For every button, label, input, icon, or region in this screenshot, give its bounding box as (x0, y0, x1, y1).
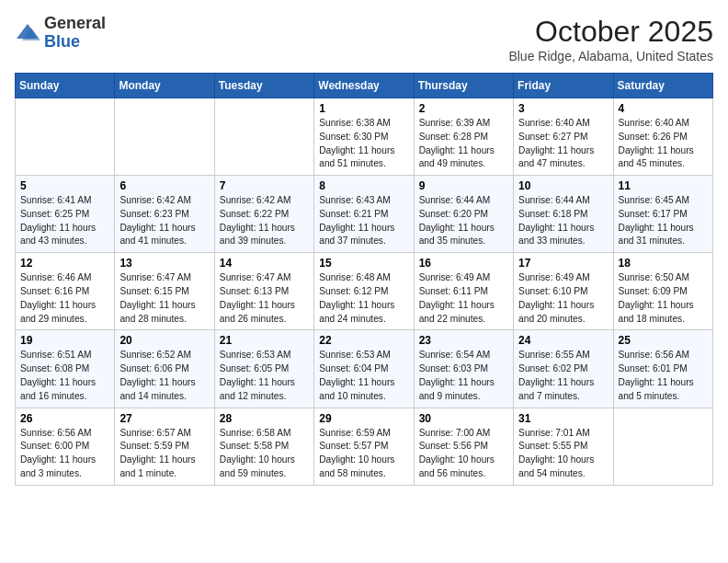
day-info: Sunrise: 7:00 AM Sunset: 5:56 PM Dayligh… (419, 427, 508, 481)
day-number: 11 (619, 179, 708, 192)
day-info: Sunrise: 6:40 AM Sunset: 6:26 PM Dayligh… (619, 117, 708, 171)
calendar-week-1: 1Sunrise: 6:38 AM Sunset: 6:30 PM Daylig… (16, 98, 713, 176)
calendar-cell: 4Sunrise: 6:40 AM Sunset: 6:26 PM Daylig… (613, 98, 712, 176)
calendar-cell: 16Sunrise: 6:49 AM Sunset: 6:11 PM Dayli… (414, 253, 513, 330)
calendar-cell: 18Sunrise: 6:50 AM Sunset: 6:09 PM Dayli… (613, 253, 712, 330)
col-header-friday: Friday (514, 74, 613, 98)
day-number: 23 (419, 334, 508, 347)
day-info: Sunrise: 6:42 AM Sunset: 6:23 PM Dayligh… (119, 194, 209, 248)
day-info: Sunrise: 6:52 AM Sunset: 6:06 PM Dayligh… (119, 349, 209, 403)
day-number: 7 (220, 179, 309, 192)
title-block: October 2025 Blue Ridge, Alabama, United… (508, 15, 713, 63)
day-number: 28 (220, 412, 309, 425)
calendar-cell: 9Sunrise: 6:44 AM Sunset: 6:20 PM Daylig… (414, 176, 513, 253)
day-info: Sunrise: 6:38 AM Sunset: 6:30 PM Dayligh… (319, 117, 408, 171)
day-number: 31 (518, 412, 608, 425)
day-info: Sunrise: 6:49 AM Sunset: 6:11 PM Dayligh… (419, 271, 508, 326)
calendar-cell (16, 98, 115, 176)
calendar-header-row: SundayMondayTuesdayWednesdayThursdayFrid… (16, 74, 713, 98)
calendar-cell: 15Sunrise: 6:48 AM Sunset: 6:12 PM Dayli… (314, 253, 414, 330)
calendar-cell (214, 98, 313, 176)
calendar-cell: 11Sunrise: 6:45 AM Sunset: 6:17 PM Dayli… (613, 176, 712, 253)
day-info: Sunrise: 6:50 AM Sunset: 6:09 PM Dayligh… (619, 271, 708, 326)
day-number: 5 (20, 179, 109, 192)
day-number: 8 (319, 179, 408, 192)
col-header-sunday: Sunday (16, 74, 115, 98)
day-number: 2 (419, 102, 508, 115)
calendar-cell: 14Sunrise: 6:47 AM Sunset: 6:13 PM Dayli… (214, 253, 313, 330)
day-info: Sunrise: 7:01 AM Sunset: 5:55 PM Dayligh… (518, 427, 608, 481)
calendar-cell (613, 408, 712, 485)
calendar-cell: 2Sunrise: 6:39 AM Sunset: 6:28 PM Daylig… (414, 98, 513, 176)
col-header-tuesday: Tuesday (214, 74, 313, 98)
col-header-monday: Monday (115, 74, 214, 98)
calendar-cell: 17Sunrise: 6:49 AM Sunset: 6:10 PM Dayli… (514, 253, 613, 330)
calendar-cell: 22Sunrise: 6:53 AM Sunset: 6:04 PM Dayli… (314, 330, 414, 408)
calendar-table: SundayMondayTuesdayWednesdayThursdayFrid… (15, 73, 713, 486)
day-info: Sunrise: 6:56 AM Sunset: 6:01 PM Dayligh… (619, 349, 708, 403)
day-info: Sunrise: 6:41 AM Sunset: 6:25 PM Dayligh… (20, 194, 109, 248)
day-number: 3 (518, 102, 608, 115)
day-info: Sunrise: 6:51 AM Sunset: 6:08 PM Dayligh… (20, 349, 109, 403)
logo-blue-text: Blue (44, 33, 106, 52)
day-info: Sunrise: 6:40 AM Sunset: 6:27 PM Dayligh… (518, 117, 608, 171)
calendar-cell: 26Sunrise: 6:56 AM Sunset: 6:00 PM Dayli… (16, 408, 115, 485)
calendar-week-3: 12Sunrise: 6:46 AM Sunset: 6:16 PM Dayli… (16, 253, 713, 330)
day-info: Sunrise: 6:48 AM Sunset: 6:12 PM Dayligh… (319, 271, 408, 326)
day-info: Sunrise: 6:43 AM Sunset: 6:21 PM Dayligh… (319, 194, 408, 248)
day-info: Sunrise: 6:39 AM Sunset: 6:28 PM Dayligh… (419, 117, 508, 171)
calendar-cell: 1Sunrise: 6:38 AM Sunset: 6:30 PM Daylig… (314, 98, 414, 176)
calendar-cell: 3Sunrise: 6:40 AM Sunset: 6:27 PM Daylig… (514, 98, 613, 176)
calendar-cell: 27Sunrise: 6:57 AM Sunset: 5:59 PM Dayli… (115, 408, 214, 485)
day-info: Sunrise: 6:46 AM Sunset: 6:16 PM Dayligh… (20, 271, 109, 326)
day-number: 1 (319, 102, 408, 115)
day-number: 29 (319, 412, 408, 425)
calendar-cell: 6Sunrise: 6:42 AM Sunset: 6:23 PM Daylig… (115, 176, 214, 253)
calendar-cell: 24Sunrise: 6:55 AM Sunset: 6:02 PM Dayli… (514, 330, 613, 408)
calendar-cell (115, 98, 214, 176)
day-number: 6 (119, 179, 209, 192)
calendar-week-4: 19Sunrise: 6:51 AM Sunset: 6:08 PM Dayli… (16, 330, 713, 408)
calendar-cell: 25Sunrise: 6:56 AM Sunset: 6:01 PM Dayli… (613, 330, 712, 408)
day-number: 10 (518, 179, 608, 192)
day-info: Sunrise: 6:45 AM Sunset: 6:17 PM Dayligh… (619, 194, 708, 248)
col-header-wednesday: Wednesday (314, 74, 414, 98)
col-header-saturday: Saturday (613, 74, 712, 98)
day-number: 12 (20, 257, 109, 270)
logo: General Blue (15, 15, 106, 52)
calendar-cell: 13Sunrise: 6:47 AM Sunset: 6:15 PM Dayli… (115, 253, 214, 330)
day-number: 9 (419, 179, 508, 192)
day-info: Sunrise: 6:59 AM Sunset: 5:57 PM Dayligh… (319, 427, 408, 481)
day-info: Sunrise: 6:42 AM Sunset: 6:22 PM Dayligh… (220, 194, 309, 248)
day-number: 16 (419, 257, 508, 270)
calendar-cell: 30Sunrise: 7:00 AM Sunset: 5:56 PM Dayli… (414, 408, 513, 485)
day-number: 17 (518, 257, 608, 270)
calendar-cell: 31Sunrise: 7:01 AM Sunset: 5:55 PM Dayli… (514, 408, 613, 485)
day-number: 27 (119, 412, 209, 425)
calendar-cell: 5Sunrise: 6:41 AM Sunset: 6:25 PM Daylig… (16, 176, 115, 253)
day-number: 25 (619, 334, 708, 347)
day-number: 24 (518, 334, 608, 347)
location: Blue Ridge, Alabama, United States (508, 49, 713, 63)
calendar-cell: 29Sunrise: 6:59 AM Sunset: 5:57 PM Dayli… (314, 408, 414, 485)
day-number: 13 (119, 257, 209, 270)
day-number: 20 (119, 334, 209, 347)
day-number: 4 (619, 102, 708, 115)
day-info: Sunrise: 6:47 AM Sunset: 6:13 PM Dayligh… (220, 271, 309, 326)
calendar-cell: 21Sunrise: 6:53 AM Sunset: 6:05 PM Dayli… (214, 330, 313, 408)
day-info: Sunrise: 6:54 AM Sunset: 6:03 PM Dayligh… (419, 349, 508, 403)
day-info: Sunrise: 6:44 AM Sunset: 6:20 PM Dayligh… (419, 194, 508, 248)
day-info: Sunrise: 6:56 AM Sunset: 6:00 PM Dayligh… (20, 427, 109, 481)
calendar-cell: 7Sunrise: 6:42 AM Sunset: 6:22 PM Daylig… (214, 176, 313, 253)
day-info: Sunrise: 6:47 AM Sunset: 6:15 PM Dayligh… (119, 271, 209, 326)
col-header-thursday: Thursday (414, 74, 513, 98)
day-number: 15 (319, 257, 408, 270)
calendar-cell: 8Sunrise: 6:43 AM Sunset: 6:21 PM Daylig… (314, 176, 414, 253)
day-number: 21 (220, 334, 309, 347)
calendar-cell: 28Sunrise: 6:58 AM Sunset: 5:58 PM Dayli… (214, 408, 313, 485)
day-number: 30 (419, 412, 508, 425)
day-info: Sunrise: 6:53 AM Sunset: 6:05 PM Dayligh… (220, 349, 309, 403)
day-number: 14 (220, 257, 309, 270)
calendar-cell: 10Sunrise: 6:44 AM Sunset: 6:18 PM Dayli… (514, 176, 613, 253)
day-info: Sunrise: 6:53 AM Sunset: 6:04 PM Dayligh… (319, 349, 408, 403)
